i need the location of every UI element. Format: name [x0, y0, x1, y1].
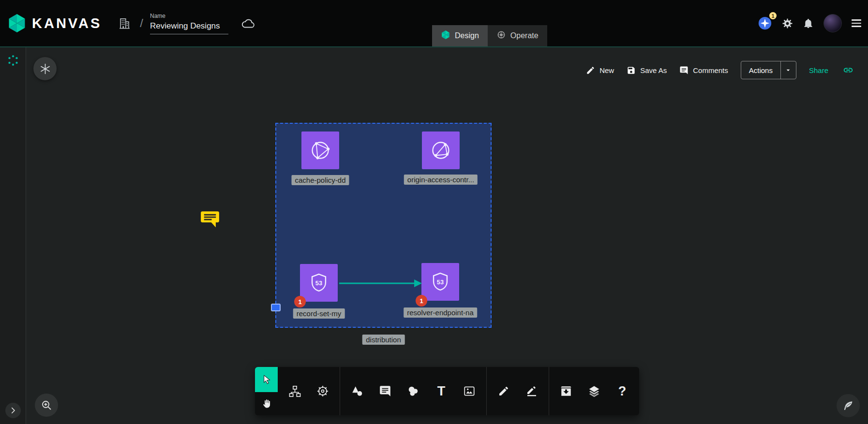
drawer-tool[interactable]	[552, 367, 580, 415]
kanvas-logo-icon[interactable]	[7, 13, 27, 33]
snowflake-icon	[39, 63, 51, 75]
shapes-tool[interactable]	[343, 367, 371, 415]
node-label-resolver-endpoint[interactable]: resolver-endpoint-na	[404, 307, 477, 318]
dock-group-misc: ?	[549, 367, 639, 415]
mode-tabs: Design Operate	[432, 25, 547, 46]
shapes-icon	[351, 385, 363, 397]
user-avatar[interactable]	[823, 14, 842, 32]
node-resolver-endpoint[interactable]: 53 1	[421, 263, 459, 301]
pencil-tool-icon	[498, 385, 509, 397]
whiteboard-tool[interactable]	[399, 367, 427, 415]
group-resize-handle[interactable]	[271, 304, 281, 311]
operate-tab-icon	[496, 30, 506, 42]
actions-caret[interactable]	[780, 61, 796, 79]
text-tool-glyph: T	[437, 384, 446, 399]
tab-operate-label: Operate	[510, 31, 539, 40]
design-name-field: Name	[150, 13, 228, 34]
new-label: New	[599, 66, 614, 74]
sitemap-icon	[288, 385, 301, 398]
dock-group-draw	[487, 367, 549, 415]
comment-marker[interactable]	[200, 209, 220, 231]
dock-group-annotate: T	[340, 367, 486, 415]
pan-tool[interactable]	[255, 392, 278, 415]
cloud-sync-icon	[241, 16, 255, 30]
actions-main-button[interactable]: Actions	[741, 61, 780, 79]
pen-tool[interactable]	[518, 367, 546, 415]
layers-tool[interactable]	[580, 367, 608, 415]
select-tool[interactable]	[255, 367, 278, 392]
organization-icon[interactable]	[118, 17, 131, 30]
comment-tool-icon	[379, 385, 391, 397]
dock-group-infra	[278, 367, 340, 415]
comments-label: Comments	[693, 66, 728, 74]
archive-icon	[560, 385, 572, 397]
image-tool[interactable]	[455, 367, 483, 415]
kubernetes-tool[interactable]	[309, 367, 337, 415]
help-tool[interactable]: ?	[608, 367, 636, 415]
node-badge[interactable]: 1	[294, 296, 306, 307]
breadcrumb-separator: /	[140, 16, 143, 30]
provider-button[interactable]: 1	[758, 16, 772, 30]
helm-wheel-icon	[316, 384, 329, 398]
svg-text:53: 53	[315, 279, 322, 287]
canvas-toolbar: New Save As Comments Actions	[586, 61, 855, 79]
pencil-tool[interactable]	[490, 367, 518, 415]
route53-shield-icon: 53	[430, 271, 451, 292]
group-label-distribution[interactable]: distribution	[362, 335, 405, 345]
kanvas-app: KANVAS / Name	[0, 0, 868, 424]
image-icon	[463, 385, 476, 397]
quill-icon	[842, 400, 854, 411]
save-as-button[interactable]: Save As	[627, 66, 667, 75]
snowflake-button[interactable]	[33, 57, 57, 80]
blob-icon	[407, 385, 419, 397]
node-record-set[interactable]: 53 1	[300, 264, 338, 302]
tab-design[interactable]: Design	[432, 25, 488, 46]
node-badge[interactable]: 1	[416, 295, 427, 307]
selection-group-distribution[interactable]: cache-policy-dd origin-access-contr... 5	[275, 123, 492, 328]
chevron-right-icon	[9, 406, 17, 415]
top-header: KANVAS / Name	[0, 0, 868, 47]
zoom-button[interactable]	[35, 394, 58, 417]
text-tool[interactable]: T	[427, 367, 455, 415]
dock-left-column	[255, 367, 278, 415]
menu-icon[interactable]	[852, 19, 861, 27]
design-tab-icon	[441, 30, 450, 42]
node-label-record-set[interactable]: record-set-my	[293, 308, 345, 319]
save-icon	[627, 66, 636, 75]
link-icon	[843, 65, 853, 75]
comment-tool[interactable]	[371, 367, 399, 415]
new-button[interactable]: New	[586, 66, 614, 75]
brand-wordmark: KANVAS	[32, 15, 102, 31]
bell-icon	[803, 18, 814, 29]
edge-arrow[interactable]	[338, 274, 425, 293]
pen-underline-icon	[526, 385, 538, 397]
gear-icon	[782, 18, 793, 29]
header-right: 1	[758, 14, 861, 32]
node-origin-access[interactable]	[422, 132, 460, 169]
share-button[interactable]: Share	[809, 66, 828, 74]
rail-spinner-icon[interactable]	[7, 54, 19, 69]
node-cache-policy[interactable]	[301, 132, 339, 169]
feather-button[interactable]	[837, 394, 860, 417]
help-glyph: ?	[618, 384, 627, 399]
pencil-icon	[586, 66, 595, 75]
main-area: New Save As Comments Actions	[0, 47, 868, 424]
magnifier-plus-icon	[41, 399, 52, 411]
design-name-input[interactable]	[150, 20, 228, 34]
route53-shield-icon: 53	[308, 272, 329, 293]
left-rail	[0, 47, 26, 424]
copy-link-button[interactable]	[841, 63, 855, 77]
expand-sidebar-button[interactable]	[5, 403, 21, 418]
notifications-button[interactable]	[803, 18, 814, 29]
comment-bubble-icon	[200, 209, 220, 229]
design-canvas[interactable]: New Save As Comments Actions	[26, 47, 868, 424]
tab-operate[interactable]: Operate	[488, 25, 547, 46]
hand-icon	[261, 398, 272, 409]
comments-button[interactable]: Comments	[679, 66, 728, 75]
notification-count-badge: 1	[769, 12, 777, 19]
components-tool[interactable]	[281, 367, 309, 415]
node-label-cache-policy[interactable]: cache-policy-dd	[291, 175, 349, 185]
node-label-origin-access[interactable]: origin-access-contr...	[404, 175, 478, 185]
origin-access-globe-icon	[430, 139, 452, 161]
settings-button[interactable]	[782, 18, 793, 29]
